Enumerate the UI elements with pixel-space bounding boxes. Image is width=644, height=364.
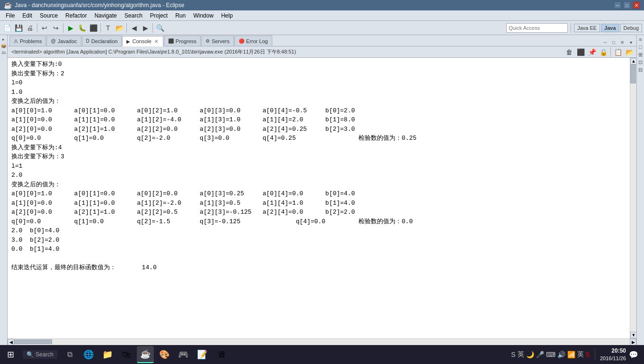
taskbar-explorer[interactable]: 📁	[99, 346, 116, 363]
toolbar-new-btn[interactable]: 📄	[2, 23, 12, 33]
tab-errorlog-label: Error Log	[246, 38, 268, 44]
tab-servers[interactable]: ⚙ Servers	[201, 36, 234, 46]
tab-console[interactable]: ▶ Console ✕	[122, 36, 163, 46]
taskbar-divider	[595, 349, 595, 360]
toolbar-next-btn[interactable]: ▶	[140, 23, 151, 33]
scroll-thumb[interactable]	[630, 64, 636, 83]
horizontal-scrollbar[interactable]: ◀ ▶	[8, 338, 636, 345]
minimize-view-btn[interactable]: ─	[601, 38, 609, 46]
servers-icon: ⚙	[206, 38, 210, 44]
toolbar-sep5	[152, 23, 153, 33]
toolbar-search-btn[interactable]: 🔍	[155, 23, 165, 33]
menu-project[interactable]: Project	[146, 11, 171, 20]
menu-navigate[interactable]: Navigate	[90, 11, 120, 20]
right-icon2[interactable]: □	[637, 44, 644, 50]
minimize-button[interactable]: ─	[614, 1, 621, 9]
tray-lang-icon: 英	[577, 350, 584, 359]
menu-window[interactable]: Window	[189, 11, 217, 20]
tab-progress[interactable]: ⬛ Progress	[164, 36, 201, 46]
taskbar-word[interactable]: 📝	[194, 346, 211, 363]
right-icon3[interactable]: ⊞	[637, 51, 644, 58]
toolbar-sep2	[63, 23, 63, 33]
toolbar-sep1	[37, 23, 37, 33]
left-sidebar: ▸ 📦 Ju	[0, 35, 8, 345]
taskbar-photoshop[interactable]: 🎨	[156, 346, 173, 363]
open-file-btn[interactable]: 📂	[624, 47, 635, 57]
toolbar-print-btn[interactable]: 🖨	[25, 23, 35, 33]
tray-sogou-icon: S	[586, 351, 590, 358]
perspective-debug[interactable]: Debug	[620, 24, 642, 32]
toolbar-run-btn[interactable]: ▶	[65, 23, 76, 33]
tray-network-icon[interactable]: 📶	[567, 351, 575, 358]
maximize-button[interactable]: □	[623, 1, 631, 9]
toolbar-debug-btn[interactable]: 🐛	[77, 23, 87, 33]
pin-btn[interactable]: 📌	[587, 47, 597, 57]
h-scroll-thumb[interactable]	[14, 339, 52, 344]
clear-console-btn[interactable]: 🗑	[564, 47, 574, 57]
left-sidebar-icon3[interactable]: Ju	[1, 50, 7, 56]
menu-file[interactable]: File	[2, 11, 18, 20]
console-close-btn[interactable]: ✕	[153, 39, 159, 44]
left-sidebar-icon2[interactable]: 📦	[1, 44, 7, 49]
tab-javadoc[interactable]: @ Javadoc	[46, 36, 81, 46]
left-sidebar-icon1[interactable]: ▸	[1, 37, 7, 43]
h-scroll-right-btn[interactable]: ▶	[630, 339, 636, 346]
tabs-right-controls: ─ □ ✕ ▾	[601, 38, 635, 46]
taskbar-browser2[interactable]: 🖥	[213, 346, 230, 363]
perspective-java-ee[interactable]: Java EE	[574, 24, 600, 32]
console-output[interactable]: 换入变量下标为:0 换出变量下标为：2 l=0 1.0 变换之后的值为： a[0…	[8, 58, 630, 338]
taskbar-search-label: Search	[36, 351, 54, 358]
menu-help[interactable]: Help	[217, 11, 237, 20]
taskbar-search-icon: 🔍	[27, 351, 34, 358]
close-button[interactable]: ✕	[633, 1, 640, 9]
menu-source[interactable]: Source	[36, 11, 62, 20]
start-button[interactable]: ⊞	[2, 346, 19, 363]
scroll-down-btn[interactable]: ▼	[630, 332, 636, 338]
tab-javadoc-label: Javadoc	[58, 38, 77, 44]
vertical-scrollbar[interactable]: ▲ ▼	[630, 58, 636, 338]
toolbar-open-type-btn[interactable]: T	[103, 23, 113, 33]
scroll-up-btn[interactable]: ▲	[630, 58, 636, 64]
view-menu-btn[interactable]: ▾	[627, 38, 635, 46]
taskbar-edge[interactable]: 🌐	[80, 346, 97, 363]
close-view-btn[interactable]: ✕	[618, 38, 626, 46]
perspective-java[interactable]: Java	[601, 24, 619, 32]
tray-moon-icon: 🌙	[526, 351, 534, 358]
action-center-icon[interactable]: 💬	[629, 350, 638, 359]
quick-access-input[interactable]	[506, 23, 568, 33]
taskbar-search[interactable]: 🔍 Search	[23, 350, 57, 359]
task-view-btn[interactable]: ⧉	[61, 346, 78, 363]
maximize-view-btn[interactable]: □	[610, 38, 617, 46]
toolbar-redo-btn[interactable]: ↪	[51, 23, 61, 33]
menu-run[interactable]: Run	[171, 11, 189, 20]
tray-volume-icon[interactable]: 🔊	[557, 351, 565, 358]
taskbar-store[interactable]: 🛍	[118, 346, 135, 363]
console-terminated-label: <terminated> algorithm [Java Application…	[9, 48, 563, 55]
toolbar-stop-btn[interactable]: ⬛	[88, 23, 98, 33]
toolbar-prev-btn[interactable]: ◀	[129, 23, 139, 33]
h-scroll-left-btn[interactable]: ◀	[8, 339, 14, 346]
h-scroll-track[interactable]	[14, 339, 630, 346]
toolbar-undo-btn[interactable]: ↩	[39, 23, 50, 33]
right-icon4[interactable]: ⊡	[637, 59, 644, 65]
toolbar-save-btn[interactable]: 💾	[13, 23, 24, 33]
terminate-btn[interactable]: ⬛	[575, 47, 586, 57]
menu-search[interactable]: Search	[121, 11, 146, 20]
tab-declaration[interactable]: D Declaration	[82, 36, 122, 46]
app-icon: ☕	[4, 1, 12, 9]
taskbar-game[interactable]: 🎮	[175, 346, 192, 363]
scroll-lock-btn[interactable]: 🔒	[598, 47, 608, 57]
taskbar-clock[interactable]: 20:50 2016/11/26	[600, 347, 626, 362]
tab-problems[interactable]: ⚠ Problems	[9, 36, 46, 46]
right-icon1[interactable]: ≡	[637, 36, 644, 43]
tab-progress-label: Progress	[176, 38, 197, 44]
tab-errorlog[interactable]: 🔴 Error Log	[234, 36, 272, 46]
taskbar-eclipse[interactable]: ☕	[137, 346, 154, 363]
menu-edit[interactable]: Edit	[18, 11, 36, 20]
quick-access-area: Java EE Java Debug	[506, 23, 642, 33]
copy-btn[interactable]: 📋	[613, 47, 623, 57]
toolbar-open-resource-btn[interactable]: 📂	[114, 23, 125, 33]
right-icon5[interactable]: ⊟	[637, 66, 644, 73]
menu-refactor[interactable]: Refactor	[62, 11, 90, 20]
scroll-track[interactable]	[630, 64, 636, 332]
